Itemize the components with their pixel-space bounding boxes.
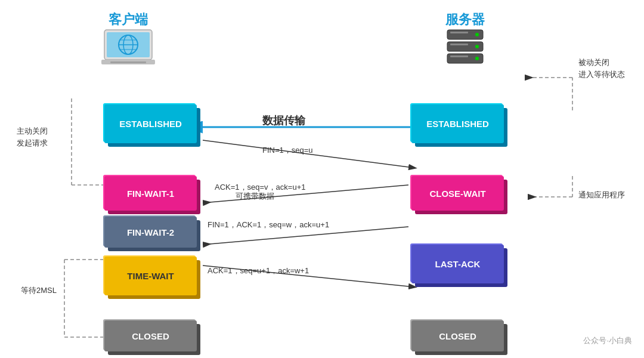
data-transfer-label: 数据传输 (262, 113, 305, 128)
fin1-label: FIN=1，seq=u (262, 145, 313, 156)
fin-wait-2-box: FIN-WAIT-2 (104, 217, 197, 248)
wait-2msl-note: 等待2MSL (21, 285, 57, 296)
diagram-container: 客户端 服务器 (0, 0, 644, 358)
passive-close-note: 被动关闭 进入等待状态 (578, 57, 625, 80)
svg-point-36 (475, 57, 479, 60)
watermark: 公众号·小白典 (583, 335, 632, 346)
ack2-label: ACK=1，seq=u+1，ack=w+1 (208, 266, 309, 276)
client-closed-box: CLOSED (104, 320, 197, 351)
svg-point-33 (475, 45, 479, 48)
svg-rect-28 (110, 61, 146, 63)
fin2-label: FIN=1，ACK=1，seq=w，ack=u+1 (208, 220, 329, 230)
last-ack-box: LAST-ACK (411, 245, 504, 283)
client-header: 客户端 (92, 11, 164, 29)
active-close-note: 主动关闭 发起请求 (17, 125, 48, 149)
server-established-box: ESTABLISHED (411, 104, 504, 143)
client-established-box: ESTABLISHED (104, 104, 197, 143)
server-icon (429, 27, 501, 74)
time-wait-box: TIME-WAIT (104, 257, 197, 295)
carry-data-label: 可携带数据 (236, 191, 274, 202)
svg-rect-31 (450, 32, 468, 33)
close-wait-box: CLOSE-WAIT (411, 176, 504, 211)
notify-app-note: 通知应用程序 (578, 190, 625, 200)
server-closed-box: CLOSED (411, 320, 504, 351)
svg-point-30 (475, 33, 479, 36)
server-header: 服务器 (429, 11, 501, 29)
svg-rect-37 (450, 55, 468, 57)
client-laptop-icon (92, 27, 164, 74)
svg-rect-34 (450, 44, 468, 45)
fin-wait-1-box: FIN-WAIT-1 (104, 176, 197, 211)
